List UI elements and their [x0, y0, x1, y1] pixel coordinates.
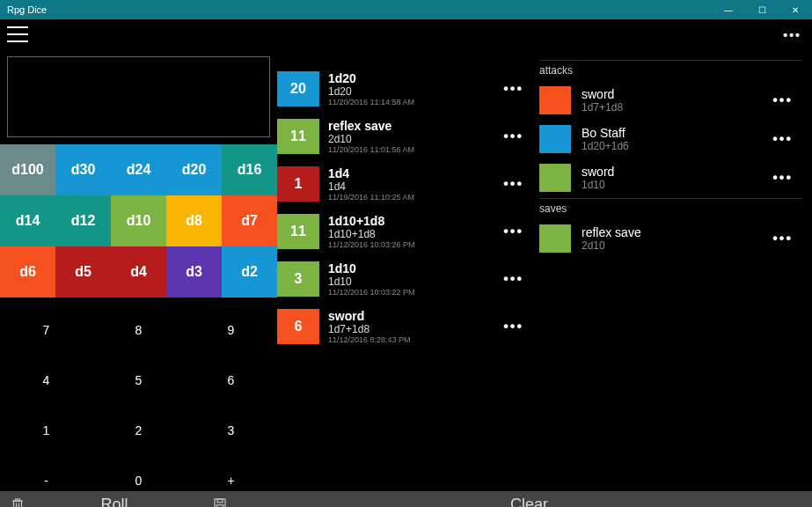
left-panel: d100d30d24d20d16d14d12d10d8d7d6d5d4d3d2 …	[0, 19, 277, 491]
die-d6[interactable]: d6	[0, 246, 55, 298]
more-button-top[interactable]: •••	[783, 28, 801, 42]
roll-info: 1d101d1011/12/2016 10:03:22 PM	[328, 261, 494, 297]
roll-info: 1d10+1d81d10+1d811/12/2016 10:03:26 PM	[328, 214, 494, 249]
saved-swatch	[539, 86, 571, 114]
roll-time: 11/12/2016 10:03:26 PM	[328, 240, 494, 249]
numpad-2[interactable]: 2	[92, 405, 185, 455]
saved-panel: attacks sword1d7+1d8•••Bo Staff1d20+1d6•…	[532, 19, 812, 491]
attacks-list: sword1d7+1d8•••Bo Staff1d20+1d6•••sword1…	[539, 82, 801, 196]
saved-formula: 1d10	[582, 179, 764, 191]
saved-more-button[interactable]: •••	[764, 131, 801, 147]
roll-more-button[interactable]: •••	[494, 271, 532, 287]
titlebar: Rpg Dice — ☐ ✕	[0, 0, 812, 19]
die-d24[interactable]: d24	[111, 144, 166, 195]
saved-row[interactable]: reflex save2d10•••	[539, 220, 801, 257]
saved-more-button[interactable]: •••	[764, 170, 801, 186]
roll-history: 201d201d2011/20/2016 11:14:58 AM•••11ref…	[277, 19, 532, 491]
numpad-0[interactable]: 0	[92, 455, 185, 505]
numpad-9[interactable]: 9	[185, 305, 277, 355]
roll-more-button[interactable]: •••	[494, 81, 532, 97]
roll-row[interactable]: 6sword1d7+1d811/12/2016 8:28:43 PM•••	[277, 305, 532, 349]
saved-more-button[interactable]: •••	[764, 231, 801, 246]
die-d14[interactable]: d14	[0, 195, 55, 246]
roll-more-button[interactable]: •••	[494, 319, 532, 334]
saved-name: sword	[582, 87, 764, 101]
die-d10[interactable]: d10	[111, 195, 166, 246]
roll-more-button[interactable]: •••	[494, 129, 532, 144]
roll-formula: 1d4	[328, 180, 494, 193]
roll-more-button[interactable]: •••	[494, 224, 532, 239]
roll-name: 1d10	[328, 261, 494, 276]
roll-row[interactable]: 11d41d411/19/2016 11:10:25 AM•••	[277, 162, 532, 206]
clear-button[interactable]: Clear	[246, 491, 812, 507]
close-button[interactable]: ✕	[779, 0, 812, 19]
saved-row[interactable]: Bo Staff1d20+1d6•••	[539, 121, 801, 158]
roll-time: 11/19/2016 11:10:25 AM	[328, 193, 494, 202]
numpad--[interactable]: -	[0, 455, 92, 505]
roll-time: 11/12/2016 8:28:43 PM	[328, 335, 494, 344]
roll-formula: 1d20	[328, 85, 494, 98]
saved-info: reflex save2d10	[582, 225, 764, 252]
roll-info: reflex save2d1011/20/2016 11:01:56 AM	[328, 119, 494, 154]
saved-more-button[interactable]: •••	[764, 92, 801, 108]
roll-info: 1d201d2011/20/2016 11:14:58 AM	[328, 71, 494, 107]
roll-row[interactable]: 11reflex save2d1011/20/2016 11:01:56 AM•…	[277, 114, 532, 158]
roll-name: 1d4	[328, 166, 494, 180]
roll-row[interactable]: 31d101d1011/12/2016 10:03:22 PM•••	[277, 257, 532, 301]
saved-row[interactable]: sword1d7+1d8•••	[539, 82, 801, 119]
die-d16[interactable]: d16	[222, 144, 277, 195]
die-d4[interactable]: d4	[111, 246, 166, 298]
numpad-+[interactable]: +	[185, 455, 277, 505]
saved-info: sword1d7+1d8	[582, 87, 764, 114]
dice-grid: d100d30d24d20d16d14d12d10d8d7d6d5d4d3d2	[0, 144, 277, 298]
numpad-4[interactable]: 4	[0, 355, 92, 405]
saved-formula: 2d10	[582, 239, 764, 252]
app-body: ••• d100d30d24d20d16d14d12d10d8d7d6d5d4d…	[0, 19, 812, 491]
saved-info: sword1d10	[582, 165, 764, 191]
roll-value-badge: 3	[277, 261, 319, 297]
die-d3[interactable]: d3	[166, 246, 222, 298]
roll-row[interactable]: 201d201d2011/20/2016 11:14:58 AM•••	[277, 67, 532, 111]
roll-more-button[interactable]: •••	[494, 176, 532, 192]
minimize-button[interactable]: —	[712, 0, 745, 19]
roll-value-badge: 11	[277, 214, 319, 249]
section-title-saves: saves	[539, 198, 801, 215]
roll-formula: 2d10	[328, 133, 494, 145]
clear-label: Clear	[510, 496, 548, 508]
saved-name: sword	[582, 165, 764, 179]
die-d100[interactable]: d100	[0, 144, 55, 195]
saved-swatch	[539, 125, 571, 153]
numpad-8[interactable]: 8	[92, 305, 185, 355]
die-d7[interactable]: d7	[222, 195, 277, 246]
saved-swatch	[539, 164, 571, 192]
window-title: Rpg Dice	[7, 4, 47, 15]
roll-name: 1d10+1d8	[328, 214, 494, 228]
saved-row[interactable]: sword1d10•••	[539, 159, 801, 196]
roll-time: 11/12/2016 10:03:22 PM	[328, 288, 494, 297]
roll-value-badge: 6	[277, 309, 319, 344]
numpad-5[interactable]: 5	[92, 355, 185, 405]
hamburger-icon[interactable]	[7, 26, 28, 42]
saves-list: reflex save2d10•••	[539, 220, 801, 257]
die-d8[interactable]: d8	[166, 195, 222, 246]
die-d5[interactable]: d5	[55, 246, 111, 298]
die-d2[interactable]: d2	[222, 246, 277, 298]
maximize-button[interactable]: ☐	[745, 0, 779, 19]
numpad-6[interactable]: 6	[185, 355, 277, 405]
die-d20[interactable]: d20	[166, 144, 222, 195]
section-title-attacks: attacks	[539, 60, 801, 77]
die-d12[interactable]: d12	[55, 195, 111, 246]
roll-name: 1d20	[328, 71, 494, 85]
roll-info: 1d41d411/19/2016 11:10:25 AM	[328, 166, 494, 202]
numpad-1[interactable]: 1	[0, 405, 92, 455]
saved-formula: 1d20+1d6	[582, 140, 764, 152]
die-d30[interactable]: d30	[55, 144, 111, 195]
saved-formula: 1d7+1d8	[582, 101, 764, 114]
saved-swatch	[539, 224, 571, 253]
expression-preview	[7, 56, 270, 137]
roll-value-badge: 20	[277, 71, 319, 107]
numpad-3[interactable]: 3	[185, 405, 277, 455]
numpad-7[interactable]: 7	[0, 305, 92, 355]
roll-time: 11/20/2016 11:14:58 AM	[328, 98, 494, 107]
roll-row[interactable]: 111d10+1d81d10+1d811/12/2016 10:03:26 PM…	[277, 209, 532, 254]
